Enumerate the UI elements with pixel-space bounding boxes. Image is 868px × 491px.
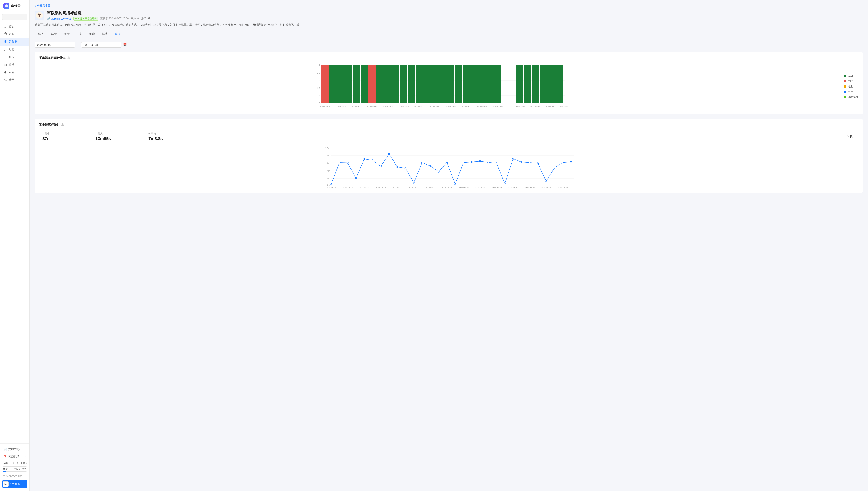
svg-text:17 m: 17 m (325, 147, 330, 149)
svg-text:2024-05-09: 2024-05-09 (320, 105, 330, 108)
source-link[interactable]: 🔗 plap.mil-keywords (47, 17, 71, 20)
svg-text:2024-05-21: 2024-05-21 (425, 186, 436, 188)
legend-created: 创建成功 (844, 95, 859, 99)
tab-build[interactable]: 构建 (86, 31, 98, 38)
stats-section: 采集器运行统计 ⓘ ↓ 最小 37s ↑ 最大 13m55s (35, 119, 863, 193)
line-point-3 (355, 178, 357, 179)
stat-avg-label: + 平均 (148, 132, 226, 136)
legend-fail-color (844, 80, 846, 83)
collector-meta: 🔗 plap.mil-keywords 10 ¥/月 + 平台使用费 更新于 2… (47, 17, 863, 21)
sidebar-item-data[interactable]: ▦ 数据 (0, 61, 29, 68)
legend-running: 运行中 (844, 90, 859, 94)
sidebar-item-collector[interactable]: 采集器 (0, 38, 29, 46)
sidebar-item-home[interactable]: ⌂ 首页 (0, 23, 29, 30)
bar-chart-section: 采集器每日运行状态 ⓘ 0 0.2 (35, 52, 863, 114)
legend-created-label: 创建成功 (848, 95, 858, 99)
legend-stop-color (844, 85, 846, 88)
svg-text:2024-05-17: 2024-05-17 (392, 186, 403, 188)
stats-row: ↓ 最小 37s ↑ 最大 13m55s + 平均 (39, 130, 859, 143)
svg-text:13 m: 13 m (325, 154, 330, 157)
svg-text:2024-05-27: 2024-05-27 (475, 186, 485, 188)
bar-success-17 (455, 65, 462, 103)
line-point-24 (529, 162, 530, 163)
bar-success-5 (360, 65, 368, 103)
sidebar-item-label-billing: 费用 (9, 78, 15, 82)
external-link-icon: ↗ (24, 448, 26, 451)
line-point-14 (446, 162, 447, 163)
tabs: 输入 详情 运行 任务 构建 集成 监控 (35, 31, 863, 38)
sidebar-item-market[interactable]: 市场 (0, 30, 29, 38)
sidebar-feedback[interactable]: ❓ 问题反馈 › (0, 453, 29, 460)
sidebar-item-label-collector: 采集器 (9, 40, 17, 44)
svg-text:2024-05-11: 2024-05-11 (336, 105, 346, 108)
sidebar-item-run[interactable]: ▷ 运行 (0, 46, 29, 53)
legend-success-label: 成功 (848, 74, 853, 78)
stat-min-label: ↓ 最小 (42, 132, 88, 136)
svg-text:2024-05-19: 2024-05-19 (399, 105, 409, 108)
sidebar-item-billing[interactable]: ◎ 费用 (0, 76, 29, 84)
bar-success-19 (470, 65, 478, 103)
sidebar-item-task[interactable]: ☰ 任务 (0, 53, 29, 61)
sidebar-logo: 集蜂云 (0, 0, 29, 12)
sidebar: 集蜂云 — ✓ ⌂ 首页 市场 采集器 ▷ 运行 ☰ 任务 (0, 0, 30, 491)
app-name: 集蜂云 (11, 4, 21, 8)
ie-badge: Ie (3, 482, 9, 487)
svg-text:2024-05-25: 2024-05-25 (446, 105, 456, 108)
sidebar-item-settings[interactable]: ⚙ 设置 (0, 68, 29, 76)
svg-text:2024-05-13: 2024-05-13 (359, 186, 370, 188)
bar-chart-info-icon: ⓘ (67, 56, 70, 60)
calendar-icon[interactable]: 📅 (123, 43, 126, 47)
billing-icon: ◎ (3, 78, 7, 82)
bar-success-26 (516, 65, 523, 103)
breadcrumb-back-icon: ‹ (35, 4, 36, 7)
update-text: 更新于 2024-06-07 20:00 (100, 17, 129, 20)
line-point-23 (521, 161, 522, 163)
bar-success-14 (431, 65, 439, 103)
bar-success-22 (494, 65, 501, 103)
sidebar-item-label-home: 首页 (9, 25, 15, 28)
bar-success-8 (384, 65, 392, 103)
tab-detail[interactable]: 详情 (48, 31, 60, 38)
tab-monitor[interactable]: 监控 (111, 31, 124, 38)
line-point-19 (488, 162, 489, 163)
line-point-18 (480, 161, 481, 162)
svg-text:2024-05-29: 2024-05-29 (491, 186, 502, 188)
line-point-13 (438, 171, 439, 172)
quota-label: 额度 (3, 467, 8, 471)
sidebar-search[interactable]: — ✓ (2, 14, 27, 20)
sidebar-docs[interactable]: 📄 文档中心 ↗ (0, 445, 29, 453)
svg-text:0 s: 0 s (327, 184, 330, 186)
line-point-28 (562, 162, 563, 163)
stat-max-label: ↑ 最大 (95, 132, 141, 136)
date-end-input[interactable] (81, 42, 121, 48)
legend-running-label: 运行中 (848, 90, 855, 94)
svg-text:2024-06-02: 2024-06-02 (515, 105, 525, 108)
tab-task[interactable]: 任务 (73, 31, 86, 38)
tab-run[interactable]: 运行 (60, 31, 73, 38)
line-point-22 (513, 158, 514, 160)
stats-title: 采集器运行统计 ⓘ (39, 123, 859, 127)
date-range-picker: → 📅 (35, 42, 863, 48)
svg-text:2024-06-04: 2024-06-04 (530, 105, 541, 108)
bar-success-11 (408, 65, 415, 103)
collector-header: 🦅 军队采购网招标信息 🔗 plap.mil-keywords 10 ¥/月 +… (35, 10, 863, 21)
quota-value: 7.06 ¥ / 49 ¥ (13, 467, 27, 471)
tab-input[interactable]: 输入 (35, 31, 48, 38)
bar-success-30 (547, 65, 555, 103)
stat-min-value: 37s (42, 136, 88, 141)
memory-value: 0 GB / 32 GB (13, 462, 27, 465)
svg-text:0.8: 0.8 (317, 71, 320, 74)
app-logo-icon (3, 3, 9, 9)
svg-text:2024-05-13: 2024-05-13 (351, 105, 362, 108)
sidebar-nav: ⌂ 首页 市场 采集器 ▷ 运行 ☰ 任务 ▦ 数据 ⚙ (0, 22, 29, 443)
time-badge[interactable]: 时长 (844, 134, 855, 140)
bar-chart-svg: 0 0.2 0.4 0.6 0.8 1 (39, 63, 840, 110)
stat-avg-value: 7m8.8s (148, 136, 226, 141)
tab-integrate[interactable]: 集成 (98, 31, 111, 38)
date-separator: → (77, 43, 80, 47)
breadcrumb[interactable]: ‹ 全部采集器 (35, 4, 863, 8)
date-start-input[interactable] (35, 42, 75, 48)
svg-text:2024-05-25: 2024-05-25 (458, 186, 469, 188)
svg-text:2024-05-31: 2024-05-31 (493, 105, 503, 108)
svg-text:2024-05-23: 2024-05-23 (430, 105, 440, 108)
